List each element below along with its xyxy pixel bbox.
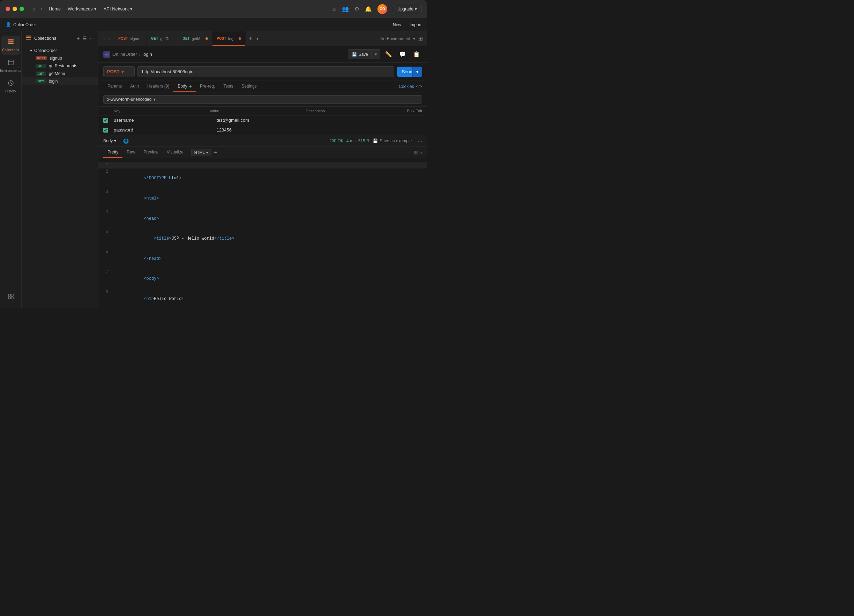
request-name: getMenu (49, 71, 65, 76)
upgrade-chevron-icon: ▾ (415, 7, 417, 12)
tab-headers[interactable]: Headers (9) (143, 81, 173, 92)
environment-settings-button[interactable]: ⊞ (418, 35, 423, 42)
list-item[interactable]: GET login (21, 78, 98, 85)
code-line: 6 </head> (98, 249, 427, 269)
collections-label: Collections (2, 48, 19, 52)
save-example-button[interactable]: 💾 Save as example (372, 139, 412, 143)
close-button[interactable] (6, 7, 10, 11)
code-view-button[interactable]: </> (416, 84, 422, 89)
url-input[interactable] (137, 66, 394, 77)
tab-prereq[interactable]: Pre-req. (196, 81, 219, 92)
send-button[interactable]: Send (397, 67, 412, 77)
res-tab-visualize[interactable]: Visualize (163, 147, 188, 158)
send-dropdown-button[interactable]: ▾ (412, 67, 422, 77)
res-tab-preview[interactable]: Preview (139, 147, 163, 158)
tabs-dropdown-button[interactable]: ▾ (255, 35, 260, 43)
response-body-chevron-icon[interactable]: ▾ (114, 139, 116, 143)
list-item[interactable]: GET getRestaurants (21, 62, 98, 70)
request-actions: 💾 Save ▾ ✏️ 💬 📋 (348, 49, 422, 59)
breadcrumb-workspace: OnlineOrder (112, 52, 137, 57)
row-checkbox-password[interactable] (103, 128, 108, 133)
collections-panel-icon (26, 35, 31, 41)
tab-method-badge: GET (183, 37, 190, 40)
format-label: HTML (194, 150, 205, 154)
list-item[interactable]: GET getMenu (21, 70, 98, 78)
description-button[interactable]: 💬 (397, 49, 408, 59)
sidebar-item-collections[interactable]: Collections (2, 35, 20, 55)
copy-response-button[interactable]: ⎘ (415, 149, 417, 155)
folder-label: OnlineOrder (34, 48, 57, 53)
wrap-toggle-button[interactable]: ☰ (214, 150, 218, 155)
upgrade-button[interactable]: Upgrade ▾ (393, 5, 421, 13)
row-checkbox-username[interactable] (103, 118, 108, 123)
response-time: 4 ms (346, 139, 355, 143)
response-tabs: Pretty Raw Preview Visualize HTML ▾ ☰ ⎘ … (98, 147, 427, 159)
import-button[interactable]: Import (407, 21, 424, 29)
res-tab-raw[interactable]: Raw (122, 147, 139, 158)
notifications-icon[interactable]: 🔔 (365, 6, 372, 12)
res-tab-pretty[interactable]: Pretty (103, 147, 122, 158)
info-button[interactable]: 📋 (411, 49, 422, 59)
avatar[interactable]: OO (377, 4, 387, 14)
tab-forward-button[interactable]: › (108, 35, 112, 43)
list-item[interactable]: POST signup (21, 55, 98, 62)
workspace-bar: 👤 OnlineOrder New Import (0, 18, 427, 31)
environment-dropdown-button[interactable]: ▾ (413, 36, 415, 41)
collection-folder-onlineorder[interactable]: ▾ OnlineOrder (21, 47, 98, 55)
minimize-button[interactable] (12, 7, 17, 11)
sidebar-item-environments[interactable]: Environments (2, 56, 20, 75)
format-chevron-icon: ▾ (206, 150, 208, 155)
titlebar-nav: ‹ › (31, 5, 45, 14)
titlebar-right: ⌕ 👥 ⚙ 🔔 OO Upgrade ▾ (333, 4, 421, 14)
save-dropdown-button[interactable]: ▾ (372, 50, 380, 59)
collection-tree: ▾ OnlineOrder POST signup GET getRestaur… (21, 45, 98, 308)
edit-button[interactable]: ✏️ (383, 49, 394, 59)
filter-collections-button[interactable]: ☰ (82, 35, 87, 41)
api-network-chevron-icon: ▾ (130, 6, 133, 12)
forward-button[interactable]: › (38, 5, 44, 14)
tab-params[interactable]: Params (103, 81, 126, 92)
form-data-table: Key Value Description ··· Bulk Edit user… (98, 107, 427, 135)
back-button[interactable]: ‹ (31, 5, 37, 14)
api-network-menu[interactable]: API Network ▾ (104, 6, 133, 12)
body-type-chevron-icon: ▾ (154, 97, 156, 102)
body-type-select[interactable]: x-www-form-urlencoded ▾ (103, 95, 422, 104)
maximize-button[interactable] (20, 7, 24, 11)
code-line: 5 <title>JSP - Hello World</title> (98, 229, 427, 249)
more-response-button[interactable]: ··· (418, 138, 422, 144)
svg-rect-7 (11, 294, 13, 296)
bulk-edit-btn[interactable]: ··· Bulk Edit (401, 109, 422, 113)
cookies-link[interactable]: Cookies (399, 84, 414, 89)
tab-login[interactable]: POST log... (212, 31, 246, 46)
svg-rect-0 (8, 40, 14, 40)
add-collection-button[interactable]: + (77, 35, 79, 41)
tab-getmenu[interactable]: GET getM... (178, 31, 212, 46)
add-tab-button[interactable]: + (246, 34, 255, 44)
search-response-button[interactable]: ⌕ (419, 149, 422, 155)
tab-auth[interactable]: Auth (126, 81, 143, 92)
settings-icon[interactable]: ⚙ (354, 6, 359, 12)
sidebar-item-history[interactable]: History (2, 77, 20, 96)
response-header: Body ▾ 🌐 200 OK 4 ms 515 B 💾 Save as exa… (98, 135, 427, 147)
invite-icon[interactable]: 👥 (342, 6, 349, 12)
folder-chevron-icon: ▾ (30, 48, 32, 53)
search-icon[interactable]: ⌕ (333, 6, 336, 12)
tab-tests[interactable]: Tests (219, 81, 237, 92)
new-button[interactable]: New (390, 21, 404, 29)
sidebar-item-more[interactable] (2, 290, 20, 305)
save-button[interactable]: 💾 Save (348, 50, 372, 59)
tab-back-button[interactable]: ‹ (102, 35, 107, 43)
tab-settings[interactable]: Settings (237, 81, 261, 92)
save-button-group: 💾 Save ▾ (348, 49, 380, 59)
tab-signup[interactable]: POST signu... (114, 31, 147, 46)
form-key-password: password (114, 127, 217, 133)
format-select[interactable]: HTML ▾ (191, 149, 211, 156)
more-collections-button[interactable]: ··· (90, 35, 94, 41)
method-select[interactable]: POST ▾ (103, 66, 135, 77)
method-badge-get: GET (35, 72, 46, 76)
home-link[interactable]: Home (49, 6, 61, 12)
request-tabs: Params Auth Headers (9) Body Pre-req. Te… (98, 81, 427, 92)
workspaces-menu[interactable]: Workspaces ▾ (68, 6, 96, 12)
tab-body[interactable]: Body (173, 81, 196, 92)
tab-getrestaurants[interactable]: GET getRe... (147, 31, 178, 46)
